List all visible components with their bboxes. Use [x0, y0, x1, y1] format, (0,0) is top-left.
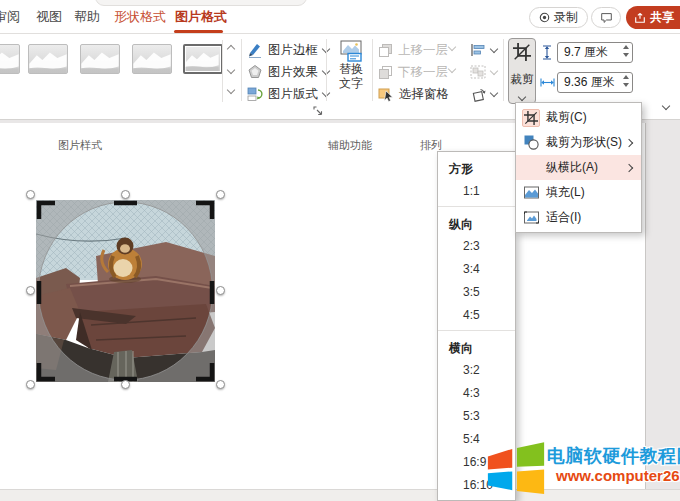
- alt-text-button[interactable]: 替换 文字: [330, 40, 372, 100]
- group-objects-icon: [470, 65, 486, 79]
- crop-to-shape-icon: [522, 134, 540, 152]
- aspect-option-2-3[interactable]: 2:3: [438, 235, 515, 258]
- tab-review[interactable]: 审阅: [0, 8, 20, 26]
- menu-item-fit[interactable]: 适合(I): [516, 205, 641, 230]
- picture-style-thumbnail[interactable]: [28, 44, 68, 74]
- menu-item-fit-label: 适合(I): [546, 209, 581, 226]
- crop-label: 裁剪: [511, 72, 534, 87]
- aspect-option-3-4[interactable]: 3:4: [438, 258, 515, 281]
- gallery-up-icon[interactable]: [223, 40, 238, 61]
- group-separator: [503, 39, 504, 101]
- picture-effects-label: 图片效果: [268, 64, 318, 81]
- width-icon: [540, 75, 555, 89]
- rotate-button[interactable]: [470, 84, 497, 104]
- group-separator: [372, 39, 373, 101]
- picture-styles-group-label: 图片样式: [40, 138, 120, 153]
- gallery-down-icon[interactable]: [223, 61, 238, 82]
- align-icon: [470, 43, 486, 57]
- portrait-section-header: 纵向: [438, 209, 515, 235]
- menu-item-fill[interactable]: 填充(L): [516, 180, 641, 205]
- bring-forward-icon: [378, 43, 393, 58]
- aspect-option-4-3[interactable]: 4:3: [438, 382, 515, 405]
- alt-text-icon: [339, 40, 363, 62]
- tab-shape-format[interactable]: 形状格式: [114, 8, 166, 26]
- menu-item-crop[interactable]: 裁剪(C): [516, 105, 641, 130]
- picture-layout-button[interactable]: 图片版式: [247, 84, 329, 104]
- record-button[interactable]: 录制: [529, 7, 588, 28]
- chevron-down-icon: [448, 65, 456, 73]
- menu-item-fill-label: 填充(L): [546, 184, 585, 201]
- aspect-option-5-3[interactable]: 5:3: [438, 405, 515, 428]
- group-separator: [241, 39, 242, 101]
- collapse-ribbon-icon[interactable]: [662, 102, 670, 110]
- menu-item-crop-to-shape[interactable]: 裁剪为形状(S): [516, 130, 641, 155]
- width-value: 9.36 厘米: [564, 74, 615, 91]
- selection-handle[interactable]: [121, 380, 130, 389]
- send-backward-button: 下移一层: [378, 62, 448, 82]
- rotate-icon: [470, 87, 486, 102]
- watermark-site-name: 电脑软硬件教程网: [547, 444, 680, 468]
- selection-handle[interactable]: [216, 380, 225, 389]
- aspect-option-4-5[interactable]: 4:5: [438, 304, 515, 327]
- picture-style-thumbnail[interactable]: [0, 44, 20, 74]
- selection-handle[interactable]: [26, 190, 35, 199]
- gallery-more-icon[interactable]: [223, 81, 238, 102]
- selection-handle[interactable]: [26, 380, 35, 389]
- bring-forward-label: 上移一层: [398, 42, 448, 59]
- alt-text-label-line2: 文字: [339, 76, 363, 90]
- selection-pane-button[interactable]: 选择窗格: [378, 84, 449, 104]
- active-tab-underline: [174, 30, 223, 33]
- aspect-option-1-1[interactable]: 1:1: [438, 180, 515, 203]
- menu-item-aspect-ratio-label: 纵横比(A): [546, 159, 598, 176]
- selection-handle[interactable]: [216, 286, 225, 295]
- chevron-down-icon: [490, 66, 498, 74]
- send-backward-icon: [378, 65, 393, 80]
- menu-item-crop-label: 裁剪(C): [546, 109, 587, 126]
- crop-dropdown-menu: 裁剪(C) 裁剪为形状(S) 纵横比(A) 填充(L): [515, 102, 642, 233]
- height-field[interactable]: 9.7 厘米: [557, 42, 633, 63]
- ribbon-tab-bar: 审阅 视图 帮助 形状格式 图片格式 录制 共享: [0, 0, 680, 34]
- selection-handle[interactable]: [26, 286, 35, 295]
- group-objects-button: [470, 62, 497, 82]
- aspect-option-3-2[interactable]: 3:2: [438, 359, 515, 382]
- picture-border-label: 图片边框: [268, 42, 318, 59]
- chevron-down-icon: [490, 44, 498, 52]
- dialog-launcher-icon[interactable]: [313, 106, 323, 116]
- menu-item-aspect-ratio[interactable]: 纵横比(A): [516, 155, 641, 180]
- chevron-down-icon: [448, 43, 456, 51]
- selection-pane-label: 选择窗格: [399, 86, 449, 103]
- selection-pane-icon: [378, 86, 394, 102]
- windows-logo: [486, 440, 546, 499]
- width-field[interactable]: 9.36 厘米: [557, 72, 633, 93]
- site-watermark: 电脑软硬件教程网 www.computer26.com: [486, 440, 680, 501]
- menu-item-crop-to-shape-label: 裁剪为形状(S): [546, 134, 622, 151]
- crop-button[interactable]: 裁剪: [508, 38, 536, 104]
- picture-border-button[interactable]: 图片边框: [247, 40, 329, 60]
- submenu-divider: [438, 206, 515, 207]
- width-spinner[interactable]: [623, 75, 629, 87]
- picture-effects-button[interactable]: 图片效果: [247, 62, 329, 82]
- share-button[interactable]: 共享: [626, 6, 680, 29]
- aspect-option-3-5[interactable]: 3:5: [438, 281, 515, 304]
- alt-text-label-line1: 替换: [339, 62, 363, 76]
- comments-button[interactable]: [591, 7, 621, 28]
- square-section-header: 方形: [438, 154, 515, 180]
- cropped-picture[interactable]: [36, 200, 215, 382]
- height-spinner[interactable]: [623, 45, 629, 57]
- selection-handle[interactable]: [216, 190, 225, 199]
- picture-style-thumbnail-selected[interactable]: [183, 44, 223, 74]
- record-icon: [539, 12, 550, 23]
- picture-style-thumbnail[interactable]: [80, 44, 120, 74]
- height-value: 9.7 厘米: [564, 44, 608, 61]
- picture-style-thumbnail[interactable]: [132, 44, 172, 74]
- tab-help[interactable]: 帮助: [74, 8, 100, 26]
- share-label: 共享: [650, 9, 674, 26]
- chevron-down-icon: [518, 93, 526, 101]
- chevron-down-icon: [490, 88, 498, 96]
- align-button[interactable]: [470, 40, 497, 60]
- tab-picture-format[interactable]: 图片格式: [175, 8, 227, 26]
- tab-view[interactable]: 视图: [36, 8, 62, 26]
- picture-border-icon: [247, 42, 263, 58]
- selection-handle[interactable]: [121, 190, 130, 199]
- search-box-remnant[interactable]: [95, 0, 307, 6]
